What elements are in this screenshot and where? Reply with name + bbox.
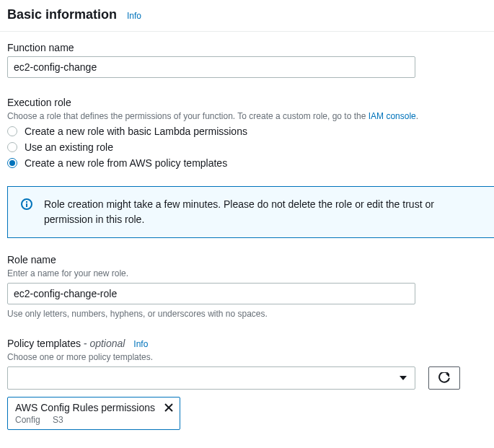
radio-label: Use an existing role — [25, 141, 113, 153]
policy-templates-label-text: Policy templates — [7, 338, 81, 349]
info-link[interactable]: Info — [133, 339, 148, 349]
iam-console-link[interactable]: IAM console — [369, 111, 416, 121]
role-name-label: Role name — [7, 254, 487, 265]
header: Basic information Info — [0, 0, 494, 32]
execution-role-section: Execution role Choose a role that define… — [0, 78, 494, 169]
execution-role-hint-text: Choose a role that defines the permissio… — [7, 111, 369, 121]
info-icon — [21, 198, 32, 210]
svg-marker-4 — [446, 374, 449, 377]
execution-role-hint-suffix: . — [416, 111, 418, 121]
alert-text: Role creation might take a few minutes. … — [44, 197, 481, 227]
svg-rect-1 — [26, 203, 27, 207]
token-remove-button[interactable] — [164, 403, 174, 413]
policy-template-tag: S3 — [53, 415, 63, 425]
policy-template-tag: Config — [15, 415, 40, 425]
policy-templates-hint: Choose one or more policy templates. — [7, 352, 487, 362]
policy-templates-row — [7, 366, 487, 390]
refresh-icon — [438, 372, 450, 384]
function-name-section: Function name — [0, 32, 494, 78]
policy-templates-section: Policy templates - optional Info Choose … — [0, 319, 494, 390]
execution-role-hint: Choose a role that defines the permissio… — [7, 111, 487, 121]
radio-checked-icon — [7, 158, 17, 168]
policy-templates-select[interactable] — [7, 366, 415, 390]
function-name-label: Function name — [7, 42, 487, 53]
radio-label: Create a new role from AWS policy templa… — [25, 157, 227, 169]
policy-template-token-title: AWS Config Rules permissions — [15, 402, 172, 413]
info-alert: Role creation might take a few minutes. … — [7, 186, 494, 238]
radio-unchecked-icon — [7, 142, 17, 152]
svg-marker-3 — [400, 376, 407, 380]
function-name-input[interactable] — [7, 56, 415, 78]
close-icon — [164, 403, 174, 413]
radio-create-basic[interactable]: Create a new role with basic Lambda perm… — [7, 126, 487, 137]
execution-role-label: Execution role — [7, 97, 487, 108]
role-name-section: Role name Enter a name for your new role… — [0, 238, 494, 319]
policy-templates-label: Policy templates - optional Info — [7, 338, 487, 349]
role-name-hint: Enter a name for your new role. — [7, 268, 487, 278]
radio-use-existing[interactable]: Use an existing role — [7, 141, 487, 153]
radio-label: Create a new role with basic Lambda perm… — [25, 126, 247, 137]
svg-rect-2 — [26, 201, 27, 203]
radio-create-from-templates[interactable]: Create a new role from AWS policy templa… — [7, 157, 487, 169]
refresh-button[interactable] — [428, 366, 460, 390]
info-link[interactable]: Info — [127, 11, 141, 21]
policy-template-token-tags: Config S3 — [15, 415, 172, 425]
page-title: Basic information — [7, 7, 117, 22]
policy-templates-optional: - optional — [81, 338, 125, 349]
policy-template-token: AWS Config Rules permissions Config S3 — [7, 397, 180, 430]
role-name-input[interactable] — [7, 283, 415, 304]
execution-role-radio-group: Create a new role with basic Lambda perm… — [7, 126, 487, 169]
caret-down-icon — [399, 375, 407, 381]
radio-unchecked-icon — [7, 126, 17, 136]
role-name-below-hint: Use only letters, numbers, hyphens, or u… — [7, 309, 487, 319]
